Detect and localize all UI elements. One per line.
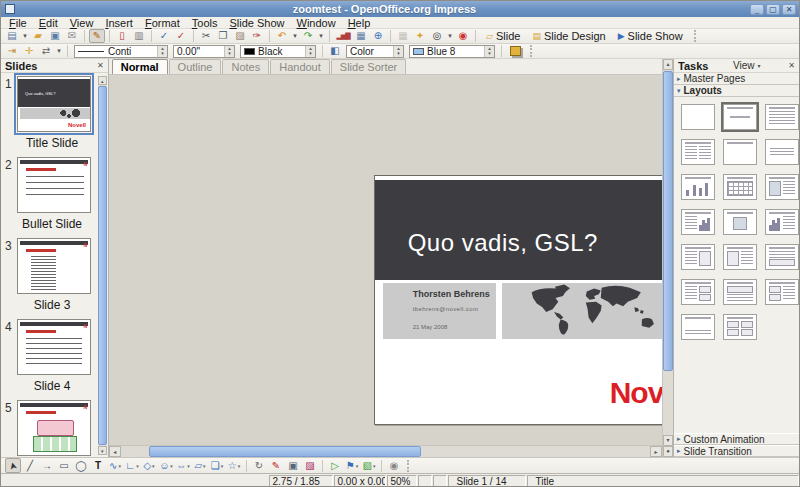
slide-entry[interactable]: 3 N Slide 3 bbox=[1, 238, 108, 312]
scroll-right-arrow[interactable]: ▸ bbox=[650, 446, 662, 457]
undo-icon[interactable]: ↶ bbox=[274, 29, 290, 43]
toolbar-text-button[interactable]: ▶ Slide Show bbox=[612, 29, 689, 43]
rectangle-icon[interactable]: ▭ bbox=[56, 458, 72, 473]
status-layout-name[interactable]: Title bbox=[527, 475, 800, 487]
horizontal-scrollbar[interactable]: ◂ ▸ bbox=[109, 445, 662, 457]
callouts-icon[interactable]: ❏ bbox=[209, 458, 225, 473]
toolbar-handle[interactable] bbox=[692, 30, 696, 42]
layout-title-text[interactable] bbox=[765, 104, 799, 130]
line-style-spinner[interactable]: ▴▾ bbox=[157, 46, 167, 57]
autospellcheck-icon[interactable]: ✓ bbox=[173, 29, 189, 43]
view-tab[interactable]: Slide Sorter bbox=[331, 59, 406, 74]
slide-page[interactable]: Quo vadis, GSL? Thorsten Behrens tbehren… bbox=[374, 175, 662, 425]
slides-panel-close-icon[interactable]: ✕ bbox=[97, 61, 104, 70]
slide-entry[interactable]: 4 N Slide 4 bbox=[1, 319, 108, 393]
layout-title-object[interactable] bbox=[723, 209, 757, 235]
arrowheads-icon[interactable]: ⇥ bbox=[4, 44, 20, 58]
layout-blank[interactable] bbox=[681, 104, 715, 130]
points-icon[interactable]: ▷ bbox=[327, 458, 343, 473]
scrollbar-track[interactable] bbox=[663, 372, 673, 435]
menu-item[interactable]: Help bbox=[342, 17, 377, 29]
ellipse-icon[interactable]: ◯ bbox=[73, 458, 89, 473]
slide-canvas[interactable]: Quo vadis, GSL? Thorsten Behrens tbehren… bbox=[109, 75, 662, 445]
view-tab[interactable]: Notes bbox=[222, 59, 269, 74]
area-style-icon[interactable]: ◧ bbox=[327, 44, 343, 58]
menu-item[interactable]: Format bbox=[139, 17, 186, 29]
menu-item[interactable]: Window bbox=[291, 17, 342, 29]
menu-item[interactable]: View bbox=[64, 17, 100, 29]
hyperlink-icon[interactable]: ⊕ bbox=[370, 29, 386, 43]
grid-icon[interactable]: ▦ bbox=[395, 29, 411, 43]
layout-text-object[interactable] bbox=[681, 244, 715, 270]
toolbar-text-button[interactable]: ▤ Slide Design bbox=[526, 29, 611, 43]
slide-title-block[interactable]: Quo vadis, GSL? bbox=[375, 180, 662, 280]
toolbar-handle[interactable] bbox=[528, 45, 532, 57]
edit-file-icon[interactable]: ✎ bbox=[89, 29, 105, 43]
slide-thumbnail[interactable]: N bbox=[17, 238, 91, 294]
zoom-icon[interactable]: ◎ bbox=[429, 29, 445, 43]
area-style-spinner[interactable]: ▴▾ bbox=[393, 46, 403, 57]
redo-icon[interactable]: ↷ bbox=[300, 29, 316, 43]
layout-chart-text[interactable] bbox=[765, 209, 799, 235]
menu-item[interactable]: Insert bbox=[99, 17, 139, 29]
slide-entry[interactable]: 1 Quo vadis, GSL? Novell Title Slide bbox=[1, 76, 108, 150]
save-icon[interactable]: ▣ bbox=[47, 29, 63, 43]
email-icon[interactable]: ✉ bbox=[64, 29, 80, 43]
gallery-icon[interactable]: ▨ bbox=[302, 458, 318, 473]
status-zoom-level[interactable]: 50% bbox=[387, 475, 417, 487]
scrollbar-track[interactable] bbox=[121, 446, 650, 457]
slide-thumbnail[interactable]: N bbox=[17, 400, 91, 456]
scroll-left-arrow[interactable]: ◂ bbox=[109, 446, 121, 457]
open-icon[interactable]: ▰ bbox=[30, 29, 46, 43]
rotate-icon[interactable]: ↻ bbox=[251, 458, 267, 473]
slide-map-block[interactable] bbox=[502, 283, 662, 339]
gallery-icon[interactable]: ◉ bbox=[455, 29, 471, 43]
section-master-pages[interactable]: ▸ Master Pages bbox=[674, 73, 799, 85]
toolbar-handle[interactable] bbox=[405, 460, 409, 472]
maximize-button[interactable]: ▢ bbox=[766, 4, 780, 15]
area-style-select[interactable]: Color ▴▾ bbox=[346, 45, 404, 58]
line-color-spinner[interactable]: ▴▾ bbox=[305, 46, 315, 57]
layout-two-text[interactable] bbox=[681, 139, 715, 165]
line-width-spinner[interactable]: ▴▾ bbox=[224, 46, 234, 57]
menu-item[interactable]: File bbox=[3, 17, 33, 29]
layout-text-chart[interactable] bbox=[681, 209, 715, 235]
flowchart-icon[interactable]: ▱ bbox=[192, 458, 208, 473]
helplines-icon[interactable]: ✛ bbox=[21, 44, 37, 58]
shadow-icon[interactable] bbox=[510, 46, 521, 56]
vertical-scrollbar[interactable]: ▴ ▾ ● bbox=[662, 59, 673, 457]
chart-icon[interactable]: ▂▅▇ bbox=[334, 29, 352, 43]
spellcheck-icon[interactable]: ✓ bbox=[156, 29, 172, 43]
format-paintbrush-icon[interactable]: ✑ bbox=[249, 29, 265, 43]
insert-picture-icon[interactable]: ▣ bbox=[285, 458, 301, 473]
scroll-up-arrow[interactable]: ▴ bbox=[663, 59, 673, 70]
layout-title-only[interactable] bbox=[723, 139, 757, 165]
layout-object-text[interactable] bbox=[723, 244, 757, 270]
table-icon[interactable]: ▦ bbox=[353, 29, 369, 43]
interaction-icon[interactable]: ◉ bbox=[386, 458, 402, 473]
layout-object-over-text[interactable] bbox=[723, 279, 757, 305]
navigator-icon[interactable]: ✦ bbox=[412, 29, 428, 43]
line-icon[interactable]: ╱ bbox=[22, 458, 38, 473]
undo-dropdown-arrow[interactable]: ▾ bbox=[291, 29, 299, 43]
slide-entry[interactable]: 5 N bbox=[1, 400, 108, 456]
symbol-shapes-icon[interactable]: ☺ bbox=[158, 458, 174, 473]
scroll-down-arrow[interactable]: ▾ bbox=[663, 435, 673, 446]
text-icon[interactable]: T bbox=[90, 458, 106, 473]
navigation-button[interactable]: ● bbox=[663, 446, 673, 457]
slide-author-block[interactable]: Thorsten Behrens tbehrens@novell.com 21 … bbox=[383, 283, 496, 339]
select-icon[interactable]: ➤ bbox=[5, 458, 21, 473]
view-tab[interactable]: Outline bbox=[169, 59, 222, 74]
slide-thumbnail[interactable]: N bbox=[17, 319, 91, 375]
section-layouts[interactable]: ▾ Layouts bbox=[674, 85, 799, 97]
title-bar[interactable]: zoomtest - OpenOffice.org Impress _ ▢ ✕ bbox=[1, 1, 799, 17]
block-arrows-icon[interactable]: ⇔ bbox=[175, 458, 191, 473]
view-tab[interactable]: Normal bbox=[112, 59, 168, 74]
curve-icon[interactable]: ∿ bbox=[107, 458, 123, 473]
line-width-input[interactable]: 0.00" ▴▾ bbox=[173, 45, 235, 58]
layout-title-content[interactable] bbox=[723, 104, 757, 130]
slide-entry[interactable]: 2 N Bullet Slide bbox=[1, 157, 108, 231]
layout-title-chart[interactable] bbox=[681, 174, 715, 200]
section-slide-transition[interactable]: ▸ Slide Transition bbox=[674, 445, 799, 457]
layout-four-objects[interactable] bbox=[723, 314, 757, 340]
